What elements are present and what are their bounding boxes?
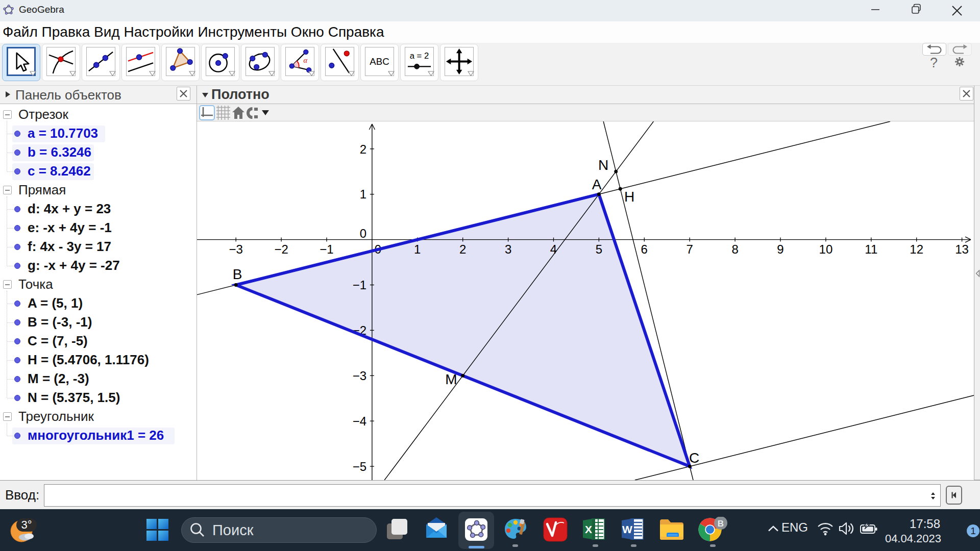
svg-text:7: 7 (687, 242, 693, 256)
svg-text:a = 2: a = 2 (410, 51, 429, 61)
svg-text:3°: 3° (21, 518, 32, 531)
svg-text:6: 6 (641, 242, 648, 256)
svg-text:X: X (585, 523, 592, 535)
svg-text:−3: −3 (353, 369, 366, 383)
svg-text:−3: −3 (229, 242, 243, 256)
svg-text:ABC: ABC (370, 56, 389, 67)
svg-text:5: 5 (596, 242, 602, 256)
svg-text:1: 1 (360, 187, 366, 201)
svg-text:−5: −5 (353, 460, 366, 473)
svg-text:N: N (598, 157, 608, 173)
svg-text:−1: −1 (353, 278, 366, 292)
svg-text:12: 12 (910, 242, 923, 256)
svg-text:α: α (303, 56, 307, 64)
svg-text:4: 4 (550, 242, 557, 256)
svg-text:B: B (718, 519, 724, 529)
svg-text:2: 2 (459, 242, 466, 256)
svg-text:C: C (689, 450, 699, 466)
svg-text:13: 13 (955, 242, 969, 256)
svg-text:9: 9 (777, 242, 783, 256)
svg-text:8: 8 (731, 242, 738, 256)
svg-text:−4: −4 (353, 414, 366, 428)
svg-text:11: 11 (865, 242, 877, 256)
svg-text:W: W (622, 523, 632, 535)
svg-text:−2: −2 (274, 242, 288, 256)
svg-text:A: A (592, 177, 602, 192)
svg-text:0: 0 (360, 227, 366, 240)
svg-text:M: M (445, 371, 457, 387)
svg-text:H: H (624, 189, 634, 205)
svg-text:10: 10 (819, 242, 833, 256)
svg-text:1: 1 (414, 242, 421, 256)
svg-text:B: B (233, 266, 242, 282)
svg-text:2: 2 (360, 142, 366, 156)
svg-text:−1: −1 (320, 242, 333, 256)
svg-text:3: 3 (505, 242, 511, 256)
